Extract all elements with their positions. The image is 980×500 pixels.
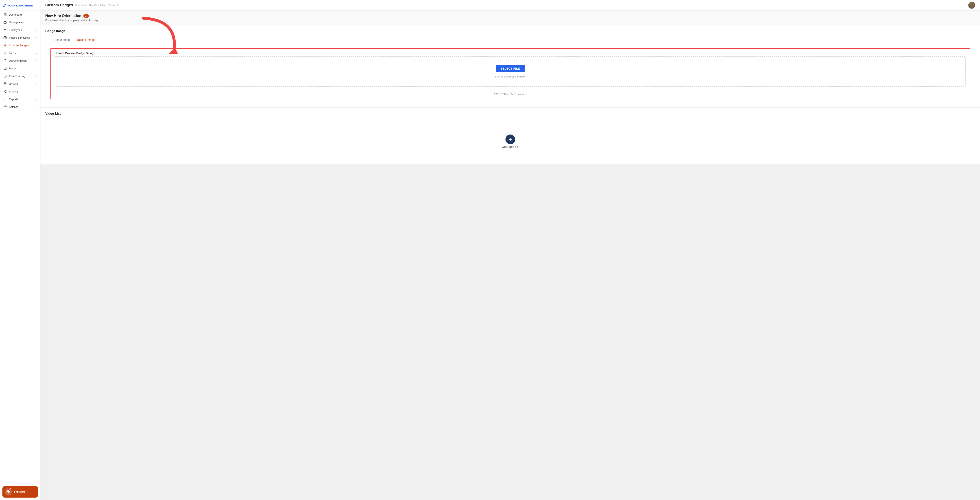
chevron-icon-alerts: › bbox=[36, 52, 37, 54]
svg-rect-3 bbox=[4, 15, 5, 16]
top-header: Custom Badges Drafts / New Hire Orientat… bbox=[40, 0, 980, 11]
tyfoom-notification[interactable]: 12 TYFOOM bbox=[2, 486, 38, 498]
grid-icon bbox=[3, 13, 7, 16]
breadcrumb: Drafts / New Hire Orientation / Version … bbox=[75, 4, 119, 7]
sidebar-bottom: 12 TYFOOM bbox=[0, 484, 40, 500]
gear-icon bbox=[3, 105, 7, 108]
svg-point-20 bbox=[5, 107, 5, 107]
page-title: Custom Badges bbox=[45, 3, 73, 7]
badge-name: New Hire Orientation bbox=[45, 14, 81, 18]
doc-icon bbox=[3, 59, 7, 62]
nav-label-employees: Employees bbox=[9, 29, 34, 32]
badge-detail-header: New Hire Orientation v.1 For all new hir… bbox=[40, 11, 980, 25]
chevron-icon-employees: › bbox=[36, 29, 37, 31]
svg-rect-5 bbox=[4, 22, 6, 24]
nav-item-sharing[interactable]: Sharing › bbox=[0, 88, 40, 95]
notification-badge: 12 bbox=[8, 487, 11, 491]
nav-label-videos-playlists: Videos & Playlists bbox=[9, 36, 34, 39]
logo-icon: // bbox=[3, 3, 6, 8]
nav-item-videos-playlists[interactable]: Videos & Playlists › bbox=[0, 34, 40, 41]
nav-menu: Dashboard Management › Employees › Video… bbox=[0, 11, 40, 111]
nav-item-reports[interactable]: Reports › bbox=[0, 95, 40, 103]
nav-label-documentation: Documentation bbox=[9, 59, 34, 62]
nav-item-management[interactable]: Management › bbox=[0, 18, 40, 26]
briefcase-icon bbox=[3, 21, 7, 24]
chevron-icon-sharing: › bbox=[36, 90, 37, 92]
chevron-icon-settings: › bbox=[36, 105, 37, 108]
bell-icon bbox=[3, 51, 7, 55]
user-avatar[interactable] bbox=[968, 2, 975, 9]
tyfoom-label: TYFOOM bbox=[14, 490, 25, 494]
form-icon bbox=[3, 67, 7, 70]
add-videos-label: ADD VIDEOS bbox=[502, 146, 518, 148]
main-content: Custom Badges Drafts / New Hire Orientat… bbox=[40, 0, 980, 500]
chevron-icon-on-site: › bbox=[36, 83, 37, 85]
nav-item-employees[interactable]: Employees › bbox=[0, 26, 40, 34]
nav-label-reports: Reports bbox=[9, 98, 34, 101]
svg-point-11 bbox=[5, 83, 5, 84]
location-icon bbox=[3, 82, 7, 86]
nav-item-documentation[interactable]: Documentation › bbox=[0, 57, 40, 65]
upload-box-title: Upload Custom Badge Design bbox=[51, 49, 970, 56]
svg-rect-2 bbox=[5, 13, 6, 14]
nav-label-on-site: On-Site bbox=[9, 82, 34, 85]
nav-item-custom-badges[interactable]: Custom Badges bbox=[0, 41, 40, 49]
nav-item-dashboard[interactable]: Dashboard bbox=[0, 11, 40, 18]
nav-item-alerts[interactable]: Alerts › bbox=[0, 49, 40, 57]
svg-rect-4 bbox=[5, 15, 6, 16]
drag-drop-text: or drag and drop file here. bbox=[495, 75, 525, 78]
chevron-icon-forms: › bbox=[36, 67, 37, 70]
svg-point-14 bbox=[5, 92, 6, 93]
sidebar: // YOUR LOGO HERE Dashboard Management ›… bbox=[0, 0, 40, 500]
add-videos-button[interactable] bbox=[506, 134, 515, 144]
badge-title-row: New Hire Orientation v.1 bbox=[45, 14, 975, 18]
nav-label-dashboard: Dashboard bbox=[9, 13, 37, 16]
nav-label-alerts: Alerts bbox=[9, 52, 34, 55]
nav-item-forms[interactable]: Forms › bbox=[0, 65, 40, 72]
badge-description: For all new hires to complete on their f… bbox=[45, 19, 975, 22]
upload-box: Upload Custom Badge Design SELECT FILE o… bbox=[50, 48, 970, 99]
tab-upload-image[interactable]: Upload Image bbox=[74, 36, 98, 44]
svg-point-6 bbox=[5, 29, 5, 30]
nav-label-management: Management bbox=[9, 21, 34, 24]
svg-line-16 bbox=[5, 91, 6, 91]
svg-rect-1 bbox=[4, 13, 5, 14]
badge-image-section: Badge Image Create Image Upload Image Up… bbox=[40, 25, 980, 107]
svg-point-12 bbox=[5, 90, 6, 91]
chevron-icon-reports: › bbox=[36, 98, 37, 100]
tab-create-image[interactable]: Create Image bbox=[50, 36, 74, 44]
nav-label-custom-badges: Custom Badges bbox=[9, 44, 37, 47]
nav-item-on-site[interactable]: On-Site › bbox=[0, 80, 40, 88]
nav-label-time-tracking: Time Tracking bbox=[9, 75, 34, 78]
avatar-image bbox=[968, 2, 975, 9]
chevron-icon-documentation: › bbox=[36, 59, 37, 62]
svg-marker-8 bbox=[5, 37, 6, 38]
video-list-title: Video List bbox=[45, 112, 975, 116]
nav-item-settings[interactable]: Settings › bbox=[0, 103, 40, 111]
upload-dropzone[interactable]: SELECT FILE or drag and drop file here. bbox=[55, 56, 966, 87]
chevron-icon-videos-playlists: › bbox=[36, 37, 37, 39]
header-left: Custom Badges Drafts / New Hire Orientat… bbox=[45, 3, 119, 7]
share-icon bbox=[3, 89, 7, 93]
add-videos-area: ADD VIDEOS bbox=[45, 118, 975, 161]
upload-section: Upload Custom Badge Design SELECT FILE o… bbox=[45, 44, 975, 104]
nav-item-time-tracking[interactable]: Time Tracking › bbox=[0, 72, 40, 80]
chevron-icon-time-tracking: › bbox=[36, 75, 37, 77]
logo[interactable]: // YOUR LOGO HERE bbox=[0, 0, 40, 11]
size-info: 100 x 100px. 5MB max size bbox=[51, 91, 970, 99]
nav-label-forms: Forms bbox=[9, 67, 34, 70]
person-icon bbox=[3, 28, 7, 32]
video-list-section: Video List ADD VIDEOS bbox=[40, 108, 980, 164]
svg-point-13 bbox=[4, 91, 5, 92]
chevron-icon-management: › bbox=[36, 21, 37, 24]
svg-line-15 bbox=[5, 92, 6, 92]
image-tabs: Create Image Upload Image bbox=[45, 36, 975, 44]
badge-icon bbox=[3, 43, 7, 47]
content-area: New Hire Orientation v.1 For all new hir… bbox=[40, 11, 980, 500]
select-file-button[interactable]: SELECT FILE bbox=[496, 65, 525, 72]
chart-icon bbox=[3, 97, 7, 101]
nav-label-settings: Settings bbox=[9, 105, 34, 108]
badge-image-title: Badge Image bbox=[45, 29, 975, 33]
clock-icon bbox=[3, 74, 7, 78]
nav-label-sharing: Sharing bbox=[9, 90, 34, 93]
